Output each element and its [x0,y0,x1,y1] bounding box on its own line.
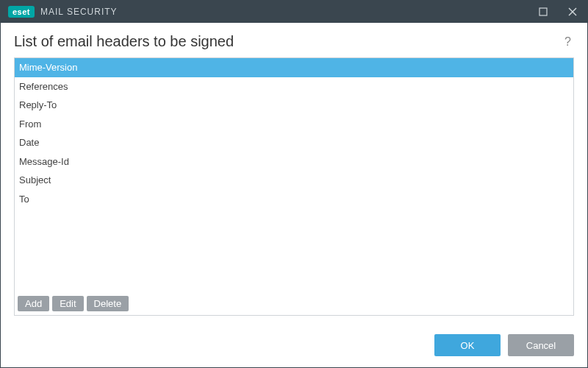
headers-list[interactable]: Mime-VersionReferencesReply-ToFromDateMe… [15,58,573,292]
list-item[interactable]: To [15,190,573,209]
help-button[interactable]: ? [562,35,574,49]
list-item[interactable]: Subject [15,171,573,190]
delete-button[interactable]: Delete [87,296,129,311]
brand-text: MAIL SECURITY [40,7,118,17]
list-item[interactable]: Message-Id [15,152,573,171]
close-icon [568,7,577,16]
list-item[interactable]: References [15,77,573,96]
content-area: List of email headers to be signed ? Mim… [1,23,587,323]
cancel-button[interactable]: Cancel [508,334,574,356]
app-window: eset MAIL SECURITY List of email headers… [0,0,588,368]
list-item[interactable]: From [15,115,573,134]
dialog-footer: OK Cancel [1,323,587,367]
list-item[interactable]: Reply-To [15,96,573,115]
minimize-icon [539,7,548,16]
edit-button[interactable]: Edit [52,296,83,311]
list-item[interactable]: Date [15,133,573,152]
titlebar: eset MAIL SECURITY [1,1,587,23]
list-toolbar: Add Edit Delete [15,292,573,315]
minimize-button[interactable] [528,1,558,23]
svg-rect-0 [539,8,547,15]
ok-button[interactable]: OK [434,334,501,356]
heading-row: List of email headers to be signed ? [14,33,574,50]
close-button[interactable] [558,1,587,23]
page-title: List of email headers to be signed [14,33,562,50]
list-item[interactable]: Mime-Version [15,58,573,77]
brand-badge: eset [8,6,35,18]
headers-listbox: Mime-VersionReferencesReply-ToFromDateMe… [14,57,574,316]
add-button[interactable]: Add [18,296,49,311]
